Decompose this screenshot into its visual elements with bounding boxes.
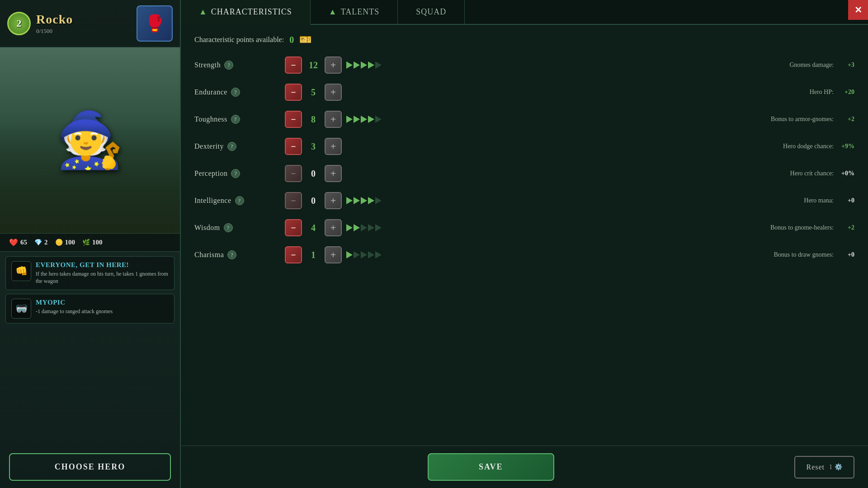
help-btn-intelligence[interactable]: ? (235, 196, 244, 205)
plus-btn-endurance[interactable]: + (325, 84, 342, 101)
bonus-value-charisma: +0 (836, 251, 854, 258)
bonus-label-wisdom: Bonus to gnome-healers: (770, 224, 834, 231)
arrow-strength-2 (361, 61, 367, 69)
choose-hero-button[interactable]: Choose Hero (9, 453, 171, 481)
trait-icon-myopic: 🥽 (11, 299, 31, 319)
arrow-charisma-1 (354, 251, 360, 258)
help-btn-wisdom[interactable]: ? (224, 223, 233, 232)
plus-btn-perception[interactable]: + (325, 165, 342, 182)
arrow-toughness-1 (354, 116, 360, 123)
tab-squad-label: Squad (416, 7, 446, 17)
gold-icon: 🪙 (55, 239, 63, 246)
stat-row-strength: Strength?−12+Gnomes damage:+3 (194, 56, 854, 74)
plus-btn-intelligence[interactable]: + (325, 192, 342, 209)
stat-label-area-strength: Strength? (194, 61, 285, 70)
bonus-value-wisdom: +2 (836, 224, 854, 231)
stat-gems: 💎 2 (34, 239, 48, 246)
tab-talents-label: Talents (341, 7, 380, 17)
plus-btn-charisma[interactable]: + (325, 246, 342, 263)
help-btn-strength[interactable]: ? (224, 61, 233, 70)
tab-squad[interactable]: Squad (398, 0, 465, 24)
hp-icon: ❤️ (9, 238, 18, 247)
arrow-toughness-0 (346, 116, 353, 123)
plus-btn-wisdom[interactable]: + (325, 219, 342, 236)
minus-btn-strength[interactable]: − (285, 56, 302, 74)
tab-talents[interactable]: ▲ Talents (311, 0, 398, 24)
gold-value: 100 (65, 239, 75, 246)
plus-btn-dexterity[interactable]: + (325, 138, 342, 155)
stat-label-endurance: Endurance (194, 88, 227, 96)
minus-btn-endurance[interactable]: − (285, 84, 302, 101)
arrow-strength-4 (375, 61, 382, 69)
help-btn-perception[interactable]: ? (231, 169, 240, 178)
points-icon: 🎫 (299, 34, 311, 46)
bonus-label-intelligence: Hero mana: (804, 197, 834, 204)
arrows-intelligence (346, 197, 382, 204)
close-button[interactable]: ✕ (848, 0, 868, 20)
arrow-wisdom-2 (361, 224, 367, 231)
hp-value: 65 (20, 239, 27, 246)
arrow-wisdom-3 (368, 224, 374, 231)
trait-content-myopic: Myopic -1 damage to ranged attack gnomes (36, 299, 113, 315)
stat-label-charisma: Charisma (194, 251, 224, 259)
trait-content-everyone: Everyone, get in here! If the hero takes… (36, 261, 169, 286)
bonus-value-endurance: +20 (836, 89, 854, 96)
hero-image-area: 🧙 (0, 47, 180, 233)
stat-value-endurance: 5 (302, 87, 325, 98)
stat-label-toughness: Toughness (194, 115, 227, 123)
bonus-label-endurance: Hero HP: (810, 89, 834, 96)
bonus-label-toughness: Bonus to armor-gnomes: (771, 116, 834, 123)
stat-gold: 🪙 100 (55, 239, 75, 246)
stat-value-dexterity: 3 (302, 141, 325, 152)
reset-button[interactable]: Reset 1 ⚙️ (794, 456, 854, 479)
bonus-area-endurance: Hero HP:+20 (737, 89, 854, 96)
arrow-charisma-2 (361, 251, 367, 258)
minus-btn-intelligence: − (285, 192, 302, 209)
bonus-area-dexterity: Hero dodge chance:+9% (737, 143, 854, 150)
stat-value-toughness: 8 (302, 114, 325, 125)
bonus-area-wisdom: Bonus to gnome-healers:+2 (737, 224, 854, 231)
bonus-label-dexterity: Hero dodge chance: (783, 143, 834, 150)
stat-row-wisdom: Wisdom?−4+Bonus to gnome-healers:+2 (194, 219, 854, 236)
bonus-area-charisma: Bonus to draw gnomes:+0 (737, 251, 854, 258)
plus-btn-toughness[interactable]: + (325, 111, 342, 128)
bottom-bar: Save Reset 1 ⚙️ (181, 446, 868, 488)
tab-characteristics-label: Characteristics (211, 7, 292, 17)
stat-label-strength: Strength (194, 61, 221, 69)
stat-label-wisdom: Wisdom (194, 224, 220, 232)
reset-label: Reset (806, 463, 825, 471)
traits-area: 👊 Everyone, get in here! If the hero tak… (0, 252, 180, 446)
points-value: 0 (289, 35, 294, 45)
stat-label-dexterity: Dexterity (194, 142, 224, 150)
arrows-strength (346, 61, 382, 69)
tab-characteristics[interactable]: ▲ Characteristics (181, 0, 311, 25)
minus-btn-toughness[interactable]: − (285, 111, 302, 128)
save-button[interactable]: Save (428, 453, 554, 481)
help-btn-dexterity[interactable]: ? (227, 142, 236, 151)
stat-value-strength: 12 (302, 60, 325, 70)
stat-label-area-intelligence: Intelligence? (194, 196, 285, 205)
trait-myopic: 🥽 Myopic -1 damage to ranged attack gnom… (5, 294, 175, 324)
arrow-strength-3 (368, 61, 374, 69)
stats-container: Strength?−12+Gnomes damage:+3Endurance?−… (194, 56, 854, 263)
hero-name-area: Rocko 0/1500 (36, 12, 131, 35)
main-content: Characteristic points available: 0 🎫 Str… (181, 25, 868, 446)
minus-btn-dexterity[interactable]: − (285, 138, 302, 155)
help-btn-endurance[interactable]: ? (231, 88, 240, 97)
stat-value-wisdom: 4 (302, 223, 325, 233)
stat-value-perception: 0 (302, 169, 325, 179)
help-btn-toughness[interactable]: ? (231, 115, 240, 124)
stat-row-perception: Perception?−0+Hero crit chance:+0% (194, 165, 854, 182)
plus-btn-strength[interactable]: + (325, 56, 342, 74)
stat-label-intelligence: Intelligence (194, 197, 231, 205)
hero-xp: 0/1500 (36, 28, 131, 35)
stat-row-intelligence: Intelligence?−0+Hero mana:+0 (194, 192, 854, 209)
arrow-intelligence-0 (346, 197, 353, 204)
bonus-value-strength: +3 (836, 61, 854, 69)
minus-btn-wisdom[interactable]: − (285, 219, 302, 236)
arrow-strength-1 (354, 61, 360, 69)
arrow-intelligence-3 (368, 197, 374, 204)
help-btn-charisma[interactable]: ? (227, 250, 236, 259)
reset-count: 1 ⚙️ (829, 463, 843, 471)
minus-btn-charisma[interactable]: − (285, 246, 302, 263)
